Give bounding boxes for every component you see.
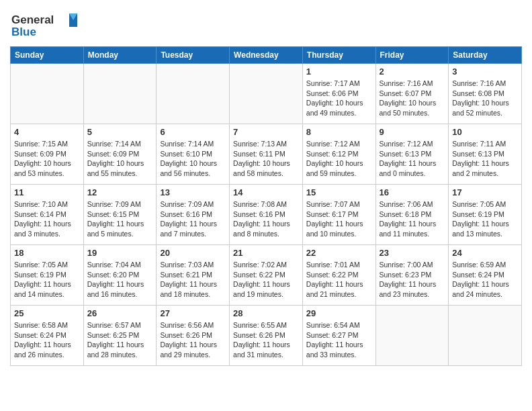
day-number: 16: [380, 187, 445, 197]
calendar-cell: [157, 64, 230, 124]
calendar-cell: 2Sunrise: 7:16 AM Sunset: 6:07 PM Daylig…: [375, 64, 449, 124]
week-row-1: 4Sunrise: 7:15 AM Sunset: 6:09 PM Daylig…: [11, 124, 522, 185]
day-info: Sunrise: 7:17 AM Sunset: 6:06 PM Dayligh…: [306, 79, 372, 118]
calendar-cell: 1Sunrise: 7:17 AM Sunset: 6:06 PM Daylig…: [302, 64, 375, 124]
header: General Blue: [10, 7, 522, 43]
day-info: Sunrise: 6:55 AM Sunset: 6:26 PM Dayligh…: [233, 320, 299, 360]
weekday-header-friday: Friday: [375, 47, 449, 64]
calendar-cell: 23Sunrise: 7:00 AM Sunset: 6:23 PM Dayli…: [375, 245, 449, 306]
calendar-cell: [83, 64, 157, 124]
day-info: Sunrise: 7:16 AM Sunset: 6:07 PM Dayligh…: [380, 79, 445, 118]
day-number: 9: [380, 127, 445, 137]
calendar-cell: 29Sunrise: 6:54 AM Sunset: 6:27 PM Dayli…: [302, 306, 375, 366]
day-info: Sunrise: 7:07 AM Sunset: 6:17 PM Dayligh…: [306, 199, 372, 239]
day-info: Sunrise: 7:08 AM Sunset: 6:16 PM Dayligh…: [233, 199, 299, 239]
week-row-0: 1Sunrise: 7:17 AM Sunset: 6:06 PM Daylig…: [11, 64, 522, 124]
calendar-cell: 15Sunrise: 7:07 AM Sunset: 6:17 PM Dayli…: [302, 185, 375, 245]
day-number: 7: [233, 127, 299, 137]
weekday-header-sunday: Sunday: [11, 47, 84, 64]
day-number: 18: [14, 248, 80, 258]
day-number: 21: [233, 248, 299, 258]
weekday-header-monday: Monday: [83, 47, 157, 64]
day-info: Sunrise: 7:15 AM Sunset: 6:09 PM Dayligh…: [14, 139, 80, 179]
day-info: Sunrise: 7:02 AM Sunset: 6:22 PM Dayligh…: [233, 260, 299, 300]
day-number: 29: [306, 308, 372, 318]
calendar-cell: 16Sunrise: 7:06 AM Sunset: 6:18 PM Dayli…: [375, 185, 449, 245]
svg-text:Blue: Blue: [11, 26, 36, 38]
calendar-cell: 11Sunrise: 7:10 AM Sunset: 6:14 PM Dayli…: [11, 185, 84, 245]
day-number: 26: [87, 308, 153, 318]
day-number: 19: [87, 248, 153, 258]
day-info: Sunrise: 7:01 AM Sunset: 6:22 PM Dayligh…: [306, 260, 372, 300]
calendar-cell: 10Sunrise: 7:11 AM Sunset: 6:13 PM Dayli…: [449, 124, 522, 185]
day-info: Sunrise: 7:12 AM Sunset: 6:12 PM Dayligh…: [306, 139, 372, 179]
day-info: Sunrise: 6:54 AM Sunset: 6:27 PM Dayligh…: [306, 320, 372, 360]
day-number: 2: [380, 66, 445, 77]
calendar-cell: 18Sunrise: 7:05 AM Sunset: 6:19 PM Dayli…: [11, 245, 84, 306]
calendar-cell: 20Sunrise: 7:03 AM Sunset: 6:21 PM Dayli…: [157, 245, 230, 306]
calendar-cell: 8Sunrise: 7:12 AM Sunset: 6:12 PM Daylig…: [302, 124, 375, 185]
day-number: 12: [87, 187, 153, 197]
day-number: 17: [452, 187, 518, 197]
week-row-4: 25Sunrise: 6:58 AM Sunset: 6:24 PM Dayli…: [11, 306, 522, 366]
calendar-cell: 7Sunrise: 7:13 AM Sunset: 6:11 PM Daylig…: [230, 124, 303, 185]
day-number: 24: [452, 248, 518, 258]
weekday-header-saturday: Saturday: [449, 47, 522, 64]
week-row-3: 18Sunrise: 7:05 AM Sunset: 6:19 PM Dayli…: [11, 245, 522, 306]
day-info: Sunrise: 7:03 AM Sunset: 6:21 PM Dayligh…: [160, 260, 226, 300]
day-number: 8: [306, 127, 372, 137]
day-info: Sunrise: 7:05 AM Sunset: 6:19 PM Dayligh…: [14, 260, 80, 300]
day-info: Sunrise: 6:59 AM Sunset: 6:24 PM Dayligh…: [452, 260, 518, 300]
day-info: Sunrise: 7:09 AM Sunset: 6:16 PM Dayligh…: [160, 199, 226, 239]
weekday-header-row: SundayMondayTuesdayWednesdayThursdayFrid…: [11, 47, 522, 64]
day-number: 1: [306, 66, 372, 77]
calendar-cell: 19Sunrise: 7:04 AM Sunset: 6:20 PM Dayli…: [83, 245, 157, 306]
calendar-cell: 13Sunrise: 7:09 AM Sunset: 6:16 PM Dayli…: [157, 185, 230, 245]
calendar-cell: 5Sunrise: 7:14 AM Sunset: 6:09 PM Daylig…: [83, 124, 157, 185]
day-number: 5: [87, 127, 153, 137]
day-number: 14: [233, 187, 299, 197]
calendar-cell: 9Sunrise: 7:12 AM Sunset: 6:13 PM Daylig…: [375, 124, 449, 185]
day-info: Sunrise: 7:05 AM Sunset: 6:19 PM Dayligh…: [452, 199, 518, 239]
day-number: 20: [160, 248, 226, 258]
calendar-cell: [375, 306, 449, 366]
calendar-cell: [11, 64, 84, 124]
day-info: Sunrise: 7:04 AM Sunset: 6:20 PM Dayligh…: [87, 260, 153, 300]
day-number: 11: [14, 187, 80, 197]
day-number: 27: [160, 308, 226, 318]
week-row-2: 11Sunrise: 7:10 AM Sunset: 6:14 PM Dayli…: [11, 185, 522, 245]
day-number: 13: [160, 187, 226, 197]
day-info: Sunrise: 7:16 AM Sunset: 6:08 PM Dayligh…: [452, 79, 518, 118]
calendar-cell: 22Sunrise: 7:01 AM Sunset: 6:22 PM Dayli…: [302, 245, 375, 306]
calendar-cell: 12Sunrise: 7:09 AM Sunset: 6:15 PM Dayli…: [83, 185, 157, 245]
calendar-cell: 24Sunrise: 6:59 AM Sunset: 6:24 PM Dayli…: [449, 245, 522, 306]
day-info: Sunrise: 6:58 AM Sunset: 6:24 PM Dayligh…: [14, 320, 80, 360]
calendar-cell: [230, 64, 303, 124]
calendar-cell: 25Sunrise: 6:58 AM Sunset: 6:24 PM Dayli…: [11, 306, 84, 366]
day-number: 4: [14, 127, 80, 137]
day-info: Sunrise: 7:13 AM Sunset: 6:11 PM Dayligh…: [233, 139, 299, 179]
calendar-cell: 14Sunrise: 7:08 AM Sunset: 6:16 PM Dayli…: [230, 185, 303, 245]
day-info: Sunrise: 6:57 AM Sunset: 6:25 PM Dayligh…: [87, 320, 153, 360]
calendar-header: SundayMondayTuesdayWednesdayThursdayFrid…: [11, 47, 522, 64]
calendar-cell: 4Sunrise: 7:15 AM Sunset: 6:09 PM Daylig…: [11, 124, 84, 185]
calendar-cell: 27Sunrise: 6:56 AM Sunset: 6:26 PM Dayli…: [157, 306, 230, 366]
day-info: Sunrise: 6:56 AM Sunset: 6:26 PM Dayligh…: [160, 320, 226, 360]
weekday-header-thursday: Thursday: [302, 47, 375, 64]
day-info: Sunrise: 7:14 AM Sunset: 6:10 PM Dayligh…: [160, 139, 226, 179]
day-info: Sunrise: 7:06 AM Sunset: 6:18 PM Dayligh…: [380, 199, 445, 239]
calendar-cell: [449, 306, 522, 366]
calendar-cell: 17Sunrise: 7:05 AM Sunset: 6:19 PM Dayli…: [449, 185, 522, 245]
day-info: Sunrise: 7:00 AM Sunset: 6:23 PM Dayligh…: [380, 260, 445, 300]
day-number: 15: [306, 187, 372, 197]
day-number: 6: [160, 127, 226, 137]
day-info: Sunrise: 7:14 AM Sunset: 6:09 PM Dayligh…: [87, 139, 153, 179]
calendar-cell: 3Sunrise: 7:16 AM Sunset: 6:08 PM Daylig…: [449, 64, 522, 124]
day-number: 10: [452, 127, 518, 137]
calendar-cell: 6Sunrise: 7:14 AM Sunset: 6:10 PM Daylig…: [157, 124, 230, 185]
calendar-body: 1Sunrise: 7:17 AM Sunset: 6:06 PM Daylig…: [11, 64, 522, 366]
page-container: General Blue SundayMondayTuesdayWednesda…: [0, 0, 532, 373]
weekday-header-tuesday: Tuesday: [157, 47, 230, 64]
day-info: Sunrise: 7:12 AM Sunset: 6:13 PM Dayligh…: [380, 139, 445, 179]
weekday-header-wednesday: Wednesday: [230, 47, 303, 64]
